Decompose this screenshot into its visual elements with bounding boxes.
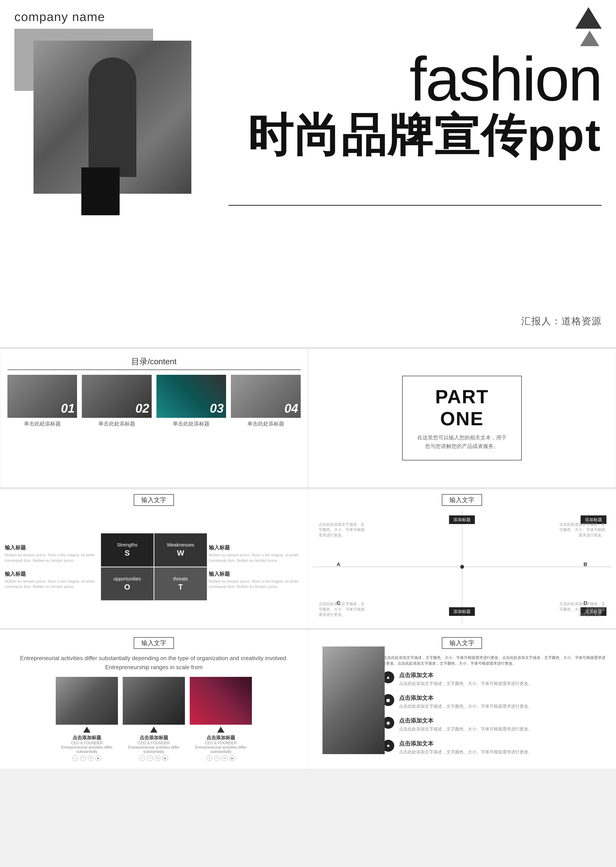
corner-b: B xyxy=(583,561,587,567)
divider-1 xyxy=(0,347,616,349)
swot-section-label: 输入文字 xyxy=(5,494,303,506)
social-icon-fb-2[interactable]: f xyxy=(147,755,153,761)
swot-cell-opportunities: opportunities O xyxy=(101,567,154,600)
slide-swot: 输入文字 输入标题 Nullam eu tempor purus. Nunc o… xyxy=(0,489,616,628)
person-card-2: 点击添加标题 CEO & FOUNDER Entrepreneurial act… xyxy=(123,677,185,761)
bullet-item-1: ▲ 点击添加文本 点击此处添加文字描述，文字颜色、大小、字体可根据需求进行更改。 xyxy=(382,671,609,687)
bullet-text-3: 点击添加文本 点击此处添加文字描述，文字颜色、大小、字体可根据需求进行更改。 xyxy=(399,717,533,732)
social-icon-fb-1[interactable]: f xyxy=(80,755,86,761)
person-card-1: 点击添加标题 CEO & FOUNDER Entrepreneurial act… xyxy=(56,677,118,761)
hero-photo-area xyxy=(14,29,206,215)
toc-items: 01 单击此处添标题 02 单击此处添标题 03 单击此处添标题 04 xyxy=(8,375,301,427)
slide-toc: 目录/content 01 单击此处添标题 02 单击此处添标题 03 单击此处… xyxy=(0,349,616,487)
swot-inner: 输入标题 Nullam eu tempor purus. Nunc o leo … xyxy=(5,510,303,623)
swot-body-2: Nullam eu tempor purus. Nunc o leo magna… xyxy=(5,579,99,589)
bullet-title-3: 点击添加文本 xyxy=(399,717,533,724)
swot-panel: 输入文字 输入标题 Nullam eu tempor purus. Nunc o… xyxy=(0,489,308,628)
right-person-photo xyxy=(322,647,385,754)
swot-threats-word: threats xyxy=(173,576,188,582)
bullets-intro: •点击此处添加文字描述，文字颜色、大小、字体可根据需求进行更改。点击此处添加文字… xyxy=(382,655,609,666)
swot-o-letter: O xyxy=(124,583,130,592)
part-one-subtitle: 在这里您可以输入您的相关文本，用于您与您讲解您的产品或者服务。 xyxy=(417,433,507,450)
swot-text-item-2: 输入标题 Nullam eu tempor purus. Nunc o leo … xyxy=(5,570,99,589)
swot-s-letter: S xyxy=(125,549,130,558)
bullet-title-2: 点击添加文本 xyxy=(399,694,533,702)
toc-thumb-4: 04 xyxy=(231,375,300,418)
social-icon-yt-2[interactable]: ▶ xyxy=(162,755,168,761)
bullet-body-3: 点击此处添加文字描述，文字颜色、大小、字体可根据需求进行更改。 xyxy=(399,726,533,732)
diagram-panel: 输入文字 添加标题 添加标题 添加标题 添加标题 xyxy=(308,489,616,628)
bullets-list: •点击此处添加文字描述，文字颜色、大小、字体可根据需求进行更改。点击此处添加文字… xyxy=(382,653,609,761)
toc-item-4: 04 单击此处添标题 xyxy=(231,375,300,427)
swot-strengths-word: Strengths xyxy=(117,542,138,548)
diag-text-a: 点击此处添加文字描述，文字颜色、大小、字体可根据需求进行更改。 xyxy=(319,522,366,538)
triangle-large-icon xyxy=(575,7,602,29)
swot-heading-4: 输入标题 xyxy=(209,570,303,578)
social-icon-in-1[interactable]: in xyxy=(88,755,94,761)
triangle-small-icon xyxy=(580,31,599,46)
arrow-icon-3 xyxy=(217,727,225,733)
person-title-2: 点击添加标题 xyxy=(123,735,185,741)
bullet-title-4: 点击添加文本 xyxy=(399,740,533,748)
person-shape xyxy=(88,57,136,177)
diagram-inner: 添加标题 添加标题 添加标题 添加标题 A B C D 点击此处添加文字描述，文… xyxy=(313,510,611,623)
arrow-icon-1 xyxy=(83,727,90,733)
slide-hero: company name fashion 时尚品牌宣传ppt 汇报人：道格资源 xyxy=(0,0,616,347)
toc-thumb-1: 01 xyxy=(8,375,77,418)
company-name: company name xyxy=(14,9,105,24)
chinese-title: 时尚品牌宣传ppt xyxy=(228,105,602,166)
people-heading: Entrepreneurial activities differ substa… xyxy=(7,653,301,672)
toc-num-4: 04 xyxy=(284,401,298,415)
swot-cell-threats: threats T xyxy=(154,567,207,600)
toc-item-2: 02 单击此处添标题 xyxy=(82,375,151,427)
diagram-label-box: 输入文字 xyxy=(442,494,482,506)
social-icon-yt-3[interactable]: ▶ xyxy=(229,755,235,761)
toc-label-4: 单击此处添标题 xyxy=(231,420,300,427)
swot-w-letter: W xyxy=(177,549,184,558)
swot-heading-2: 输入标题 xyxy=(5,570,99,578)
person-photo-3 xyxy=(190,677,252,725)
social-icons-1: t f in ▶ xyxy=(56,755,118,761)
toc-title: 目录/content xyxy=(8,356,301,370)
swot-opportunities-word: opportunities xyxy=(113,576,141,582)
person-subtitle-3: CEO & FOUNDER xyxy=(190,741,252,745)
social-icon-twitter-2[interactable]: t xyxy=(140,755,145,761)
social-icon-fb-3[interactable]: f xyxy=(214,755,220,761)
toc-thumb-3: 03 xyxy=(156,375,226,418)
diagram-section-label: 输入文字 xyxy=(313,494,611,506)
toc-num-1: 01 xyxy=(61,401,75,415)
social-icon-twitter-3[interactable]: t xyxy=(206,755,212,761)
svg-point-2 xyxy=(460,565,464,569)
swot-cell-weaknesses: Weaknesses W xyxy=(154,533,207,567)
black-block xyxy=(81,167,119,215)
bullet-body-4: 点击此处添加文字描述，文字颜色、大小、字体可根据需求进行更改。 xyxy=(399,749,533,755)
social-icons-2: t f in ▶ xyxy=(123,755,185,761)
people-label-box: 输入文字 xyxy=(134,637,174,649)
toc-num-3: 03 xyxy=(210,401,224,415)
swot-body-3: Nullam eu tempor purus. Nunc o leo magna… xyxy=(209,553,303,563)
person-title-1: 点击添加标题 xyxy=(56,735,118,741)
swot-left-texts: 输入标题 Nullam eu tempor purus. Nunc o leo … xyxy=(5,544,99,589)
social-icon-yt-1[interactable]: ▶ xyxy=(96,755,101,761)
swot-matrix: Strengths S Weaknesses W opportunities O… xyxy=(101,533,207,600)
social-icon-in-2[interactable]: in xyxy=(155,755,160,761)
person-photo-2 xyxy=(123,677,185,725)
swot-right-texts: 输入标题 Nullam eu tempor purus. Nunc o leo … xyxy=(209,544,303,589)
person-card-3: 点击添加标题 CEO & FOUNDER Entrepreneurial act… xyxy=(190,677,252,761)
social-icon-in-3[interactable]: in xyxy=(222,755,228,761)
person-subtitle-2: CEO & FOUNDER xyxy=(123,741,185,745)
swot-heading-1: 输入标题 xyxy=(5,544,99,551)
fashion-title: fashion xyxy=(228,48,602,110)
swot-heading-3: 输入标题 xyxy=(209,544,303,551)
person-body-3: Entrepreneurial activities differ substa… xyxy=(190,745,252,754)
toc-thumb-2: 02 xyxy=(82,375,151,418)
bullets-label-box: 输入文字 xyxy=(442,637,482,649)
swot-text-item-3: 输入标题 Nullam eu tempor purus. Nunc o leo … xyxy=(209,544,303,563)
bullet-text-1: 点击添加文本 点击此处添加文字描述，文字颜色、大小、字体可根据需求进行更改。 xyxy=(399,671,533,687)
swot-weaknesses-word: Weaknesses xyxy=(167,542,194,548)
people-panel: 输入文字 Entrepreneurial activities differ s… xyxy=(0,630,308,769)
swot-body-4: Nullam eu tempor purus. Nunc o leo magna… xyxy=(209,579,303,589)
bullet-body-1: 点击此处添加文字描述，文字颜色、大小、字体可根据需求进行更改。 xyxy=(399,680,533,687)
toc-label-3: 单击此处添标题 xyxy=(156,420,226,427)
social-icon-twitter-1[interactable]: t xyxy=(72,755,78,761)
